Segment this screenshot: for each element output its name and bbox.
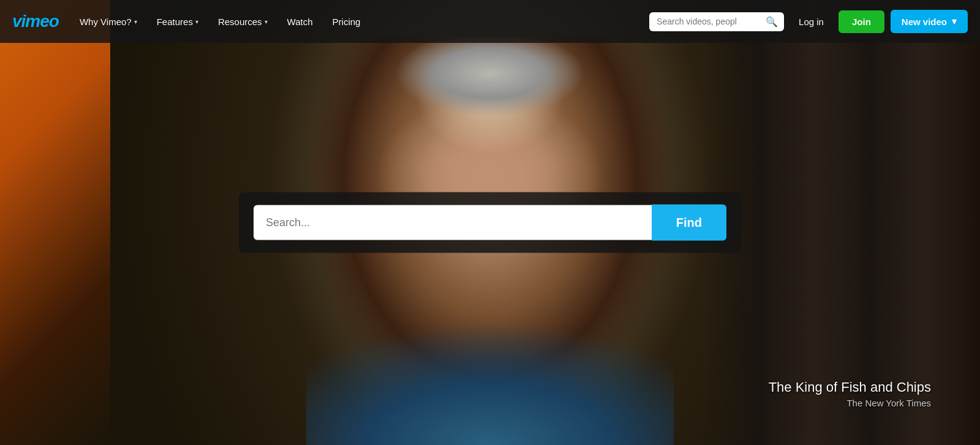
hero-light-left [0, 0, 110, 445]
find-button[interactable]: Find [652, 205, 726, 241]
caption-source: The New York Times [769, 398, 931, 408]
nav-resources[interactable]: Resources ▾ [209, 12, 276, 32]
hero-search-input[interactable] [254, 205, 652, 240]
chevron-down-icon: ▾ [195, 18, 198, 25]
nav-why-vimeo[interactable]: Why Vimeo? ▾ [71, 12, 146, 32]
navbar: vimeo Why Vimeo? ▾ Features ▾ Resources … [0, 0, 980, 43]
chevron-down-icon: ▾ [265, 18, 268, 25]
search-icon: 🔍 [766, 16, 778, 28]
chevron-down-icon: ▾ [134, 18, 137, 25]
nav-right: 🔍 Log in Join New video ▾ [649, 10, 968, 33]
nav-pricing[interactable]: Pricing [324, 12, 369, 32]
hero-hair [337, 37, 643, 159]
nav-watch[interactable]: Watch [279, 12, 322, 32]
vimeo-logo[interactable]: vimeo [12, 12, 59, 31]
nav-search-bar[interactable]: 🔍 [649, 12, 784, 31]
new-video-label: New video [902, 17, 947, 27]
caption-title: The King of Fish and Chips [769, 379, 931, 395]
nav-features[interactable]: Features ▾ [148, 12, 207, 32]
login-button[interactable]: Log in [790, 12, 832, 32]
video-caption: The King of Fish and Chips The New York … [769, 379, 931, 408]
hero-section: vimeo Why Vimeo? ▾ Features ▾ Resources … [0, 0, 980, 445]
nav-search-input[interactable] [657, 17, 761, 26]
hero-search-box: Find [239, 192, 741, 253]
nav-links: Why Vimeo? ▾ Features ▾ Resources ▾ Watc… [71, 12, 649, 32]
join-button[interactable]: Join [839, 10, 884, 33]
chevron-down-icon: ▾ [952, 16, 957, 27]
new-video-button[interactable]: New video ▾ [891, 10, 968, 33]
